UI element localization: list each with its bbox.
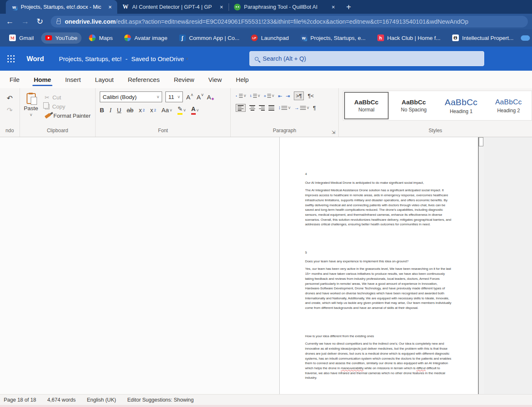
font-size-select[interactable]: 11 ˅	[165, 91, 183, 102]
left-to-right-button[interactable]: ¶<	[308, 93, 314, 99]
shrink-font-button[interactable]: A˅	[197, 94, 204, 101]
ribbon-tab-view[interactable]: View	[201, 71, 229, 88]
close-tab-icon[interactable]: ×	[330, 4, 336, 10]
bookmark-label: Common App | Co...	[189, 35, 239, 41]
number-pre: 1	[250, 94, 252, 98]
superscript-base: x	[150, 107, 153, 113]
show-paragraph-marks-button[interactable]: ¶	[313, 105, 316, 111]
paste-button[interactable]: Paste ˅	[20, 91, 42, 128]
text-highlight-button[interactable]: ✎˅	[177, 106, 186, 115]
document-title[interactable]: Projects, Startups, etc!	[59, 55, 122, 62]
vertical-scrollbar[interactable]	[479, 137, 484, 394]
new-tab-button[interactable]: +	[346, 2, 351, 12]
word-count-status[interactable]: 4,674 words	[47, 397, 76, 403]
paragraph-group: •˅ 1˅ a˅ ⇤ ⇥ >¶ ¶< ↕˅ →˅ ¶ Paragraph ⇲	[231, 88, 339, 137]
ribbon-tab-help[interactable]: Help	[229, 71, 256, 88]
search-box[interactable]	[249, 51, 484, 66]
back-button[interactable]: ←	[6, 17, 14, 25]
undo-button[interactable]: ↶	[7, 94, 12, 103]
clear-formatting-button[interactable]: A◆	[207, 94, 214, 101]
style-heading-2[interactable]: AaBbCc Heading 2	[486, 92, 531, 119]
font-color-button[interactable]: A˅	[191, 106, 199, 115]
page-count-status[interactable]: Page 18 of 18	[4, 397, 36, 403]
bookmark-youtube[interactable]: YouTube	[41, 32, 81, 44]
canvas-right-margin	[484, 137, 532, 394]
subscript-button[interactable]: x2	[139, 107, 145, 113]
style-name: Normal	[358, 107, 374, 113]
question-heading: Does your team have any experience to im…	[305, 259, 452, 264]
right-to-left-button[interactable]: >¶	[294, 91, 304, 100]
align-left-button[interactable]	[236, 104, 246, 112]
bookmark-common-app[interactable]: ∫ Common App | Co...	[175, 32, 244, 44]
font-group: Calibri (Body) ˅ 11 ˅ A˄ A˅ A◆ B I U ab …	[96, 88, 231, 137]
redo-button[interactable]: ↷	[7, 106, 12, 115]
bookmark-hack-club[interactable]: h Hack Club | Home f...	[373, 32, 445, 44]
search-input[interactable]	[263, 55, 479, 62]
forward-button[interactable]: →	[21, 17, 29, 25]
ribbon-tab-layout[interactable]: Layout	[88, 71, 121, 88]
close-tab-icon[interactable]: ×	[219, 4, 224, 10]
bookmark-maps[interactable]: Maps	[85, 32, 117, 44]
bookmark-projects-doc[interactable]: w Projects, Startups, e...	[296, 32, 370, 44]
align-right-button[interactable]	[259, 105, 265, 111]
scrollbar-thumb[interactable]	[479, 137, 483, 146]
style-name: No Spacing	[401, 107, 426, 113]
ribbon-tab-references[interactable]: References	[121, 71, 167, 88]
italic-button[interactable]: I	[110, 107, 112, 114]
cloud-icon[interactable]	[521, 35, 530, 41]
font-name-select[interactable]: Calibri (Body) ˅	[100, 91, 162, 102]
bookmark-launchpad[interactable]: LP Launchpad	[247, 32, 293, 44]
bookmark-gmail[interactable]: M Gmail	[5, 32, 38, 44]
browser-tab-quillbot[interactable]: Paraphrasing Tool - QuillBot AI ×	[229, 0, 340, 14]
bold-button[interactable]: B	[100, 107, 104, 113]
strikethrough-button[interactable]: ab	[127, 107, 133, 113]
paragraph-group-label: Paragraph	[231, 128, 338, 137]
browser-tab-ai-detector[interactable]: W AI Content Detector | GPT-4 | GP ×	[117, 0, 229, 14]
ribbon-tab-insert[interactable]: Insert	[58, 71, 88, 88]
app-name[interactable]: Word	[27, 55, 44, 63]
app-launcher-icon[interactable]	[7, 54, 15, 63]
paragraph-indent-button[interactable]: →˅	[294, 105, 309, 111]
misspelled-word: maneuverability	[341, 366, 364, 370]
cut-button[interactable]: ✂ Cut	[45, 94, 91, 101]
grow-font-button[interactable]: A˄	[186, 94, 193, 101]
reload-button[interactable]: ↻	[37, 17, 43, 25]
paragraph-dialog-launcher-icon[interactable]: ⇲	[332, 130, 335, 135]
styles-group: AaBbCc Normal AaBbCc No Spacing AaBbCc H…	[339, 88, 532, 137]
close-tab-icon[interactable]: ×	[107, 4, 113, 10]
bookmark-avatar-image[interactable]: Avatar image	[120, 32, 171, 44]
undo-group: ↶ ↷ ndo	[0, 88, 20, 137]
numbering-button[interactable]: 1˅	[250, 94, 260, 98]
bookmark-label: Maps	[99, 35, 113, 41]
ribbon-tab-review[interactable]: Review	[167, 71, 201, 88]
font-name-value: Calibri (Body)	[103, 94, 137, 100]
bookmark-intellectual-property[interactable]: Θ Intellectual Propert...	[448, 32, 518, 44]
language-status[interactable]: English (UK)	[87, 397, 116, 403]
align-center-button[interactable]	[249, 105, 255, 111]
format-painter-button[interactable]: Format Painter	[45, 113, 91, 119]
style-sample: AaBbCc	[495, 98, 522, 106]
line-spacing-button[interactable]: ↕˅	[278, 105, 291, 111]
browser-tab-word-doc[interactable]: w Projects, Startups, etc!.docx - Mic ×	[6, 0, 117, 14]
bullets-button[interactable]: •˅	[236, 94, 246, 98]
misspelled-word: difficut	[416, 366, 426, 370]
increase-indent-button[interactable]: ⇥	[286, 93, 290, 99]
bottom-edge-strip	[0, 405, 532, 407]
ribbon-tab-file[interactable]: File	[2, 71, 27, 88]
copy-button[interactable]: Copy	[45, 104, 91, 110]
save-status[interactable]: Saved to OneDrive˅	[131, 55, 189, 62]
document-page[interactable]: 4 Our AI Integrated Medical Drone is ant…	[279, 137, 479, 394]
change-case-button[interactable]: Aa˅	[162, 107, 172, 113]
decrease-indent-button[interactable]: ⇤	[278, 93, 282, 99]
style-normal[interactable]: AaBbCc Normal	[344, 92, 389, 119]
superscript-button[interactable]: x2	[150, 107, 156, 113]
style-heading-1[interactable]: AaBbCc Heading 1	[439, 92, 483, 119]
bookmark-label: Gmail	[19, 35, 34, 41]
editor-suggestions-status[interactable]: Editor Suggestions: Showing	[127, 397, 194, 403]
url-field[interactable]: onedrive.live.com/edit.aspx?action=editn…	[51, 16, 528, 27]
justify-button[interactable]	[268, 105, 274, 111]
style-no-spacing[interactable]: AaBbCc No Spacing	[392, 92, 436, 119]
underline-button[interactable]: U	[117, 107, 121, 113]
ribbon-tab-home[interactable]: Home	[27, 71, 58, 88]
multilevel-list-button[interactable]: a˅	[264, 94, 274, 98]
